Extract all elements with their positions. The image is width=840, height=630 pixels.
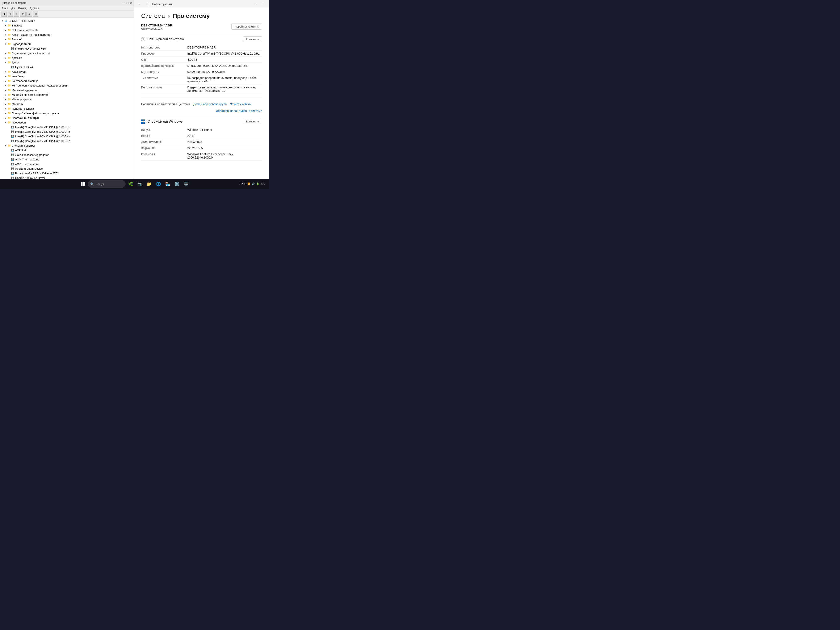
tree-item-label: Charge Arbitration Driver [15,177,45,179]
tree-item-software[interactable]: ▶📁Software components [0,28,134,32]
tree-expand-icon[interactable]: ▶ [4,33,7,36]
tree-expand-icon[interactable]: ▶ [4,98,7,101]
tree-expand-icon[interactable]: ▶ [4,56,7,59]
tree-item-hynix[interactable]: 💾Hynix HDG8a4 [0,65,134,69]
tree-expand-icon[interactable]: ▼ [4,121,7,124]
tree-item-batteries[interactable]: ▶📁Батареї [0,37,134,41]
tree-item-sysdev[interactable]: ▼📁Системні пристрої [0,143,134,148]
tree-item-monitors[interactable]: ▶📁Монітори [0,102,134,106]
tree-item-firmware[interactable]: ▶📁Мікропрограма: [0,97,134,102]
tree-item-keyboards[interactable]: ▶📁Клавіатури [0,69,134,74]
tree-expand-icon [8,149,11,152]
tree-item-acpi1[interactable]: 💾ACPI Lid [0,148,134,152]
dm-minimize-btn[interactable]: — [122,1,125,5]
dm-menu-view[interactable]: Вигляд [18,7,27,9]
tree-expand-icon[interactable]: ▼ [1,19,4,22]
tree-item-audio2[interactable]: ▶📁Вхідні та вихідні аудіопристрої [0,51,134,55]
tree-expand-icon[interactable]: ▶ [4,103,7,106]
tree-expand-icon[interactable]: ▶ [4,38,7,41]
dm-maximize-btn[interactable]: ☐ [126,1,129,5]
tree-item-videoadapters[interactable]: ▼📁Відеоадаптери [0,41,134,46]
taskbar-icon-camera[interactable]: 📷 [136,180,144,188]
domain-link[interactable]: Домен або робоча група [193,103,227,106]
tree-item-audio[interactable]: ▶📁Аудіо-, відео- та ігрові пристрої [0,32,134,37]
taskbar-icon-edge[interactable]: 🌐 [154,180,163,188]
dm-help-btn[interactable]: ? [14,11,19,17]
tree-expand-icon[interactable]: ▶ [4,84,7,87]
tray-expand-icon[interactable]: ^ [239,183,240,185]
tree-expand-icon[interactable]: ▶ [4,79,7,82]
time-display[interactable]: 22:0 [261,183,265,185]
tree-item-broadcom[interactable]: 💾Broadcom GNSS Bus Driver – 4752 [0,171,134,175]
tree-expand-icon[interactable]: ▶ [4,75,7,78]
rename-pc-button[interactable]: Перейменувати ПК [231,24,262,30]
tree-expand-icon[interactable]: ▶ [4,28,7,32]
taskbar-icon-meadow[interactable]: 🌿 [126,180,135,188]
taskbar-icon-settings[interactable]: ⚙️ [173,180,181,188]
tree-item-cpu2[interactable]: 💾Intel(R) Core(TM) m3-7Y30 CPU @ 1.00GHz [0,129,134,134]
tree-item-charge[interactable]: 💾Charge Arbitration Driver [0,175,134,179]
tree-expand-icon[interactable]: ▼ [4,61,7,64]
win-spec-label-1: Версія [141,134,187,137]
back-button[interactable]: ← [137,1,143,7]
copy-win-specs-button[interactable]: Копіювати [243,118,262,124]
taskbar-icon-monitor[interactable]: 🖥️ [182,180,190,188]
taskbar-search-box[interactable]: 🔍 Пошук [88,180,126,188]
breadcrumb-parent[interactable]: Система [141,13,165,19]
tree-item-cpu4[interactable]: 💾Intel(R) Core(TM) m3-7Y30 CPU @ 1.00GHz [0,139,134,143]
dm-update-btn[interactable]: ⟳ [20,11,25,17]
tree-item-acpi4[interactable]: 💾ACPI Thermal Zone [0,162,134,166]
dm-close-btn[interactable]: ✕ [130,1,133,5]
folder-icon: 📁 [8,79,11,82]
advanced-settings-link[interactable]: Додаткові налаштування системи [216,109,262,112]
tree-expand-icon[interactable]: ▶ [4,112,7,115]
tree-item-bluetooth[interactable]: ▶📁Bluetooth [0,23,134,28]
dm-menu-action[interactable]: Дія [11,7,15,9]
copy-device-specs-button[interactable]: Копіювати [243,36,262,42]
dm-back-btn[interactable]: ◀ [1,11,7,17]
taskbar-icon-store[interactable]: 🏪 [163,180,172,188]
tray-volume-icon[interactable]: 🔊 [252,183,255,185]
tree-expand-icon[interactable]: ▼ [4,43,7,45]
tree-item-appnodeenum[interactable]: 💾AppNodeEnum Device [0,166,134,171]
tree-item-usb[interactable]: ▶📁Контролери універсальної послідовної ш… [0,83,134,88]
tree-expand-icon [8,130,11,133]
protection-link[interactable]: Захист системи [230,103,251,106]
tree-item-acpi2[interactable]: 💾ACPI Processor Aggregator [0,152,134,157]
tree-expand-icon[interactable]: ▶ [4,107,7,110]
tree-item-network[interactable]: ▶📁Мережеві адаптери [0,88,134,92]
tree-expand-icon [8,167,11,170]
tree-expand-icon[interactable]: ▶ [4,88,7,92]
settings-maximize-btn[interactable]: ☐ [260,2,266,6]
tree-item-storage[interactable]: ▶📁Контролери сховища [0,79,134,83]
tree-item-processors[interactable]: ▼📁Процесори [0,120,134,125]
tree-item-cpu3[interactable]: 💾Intel(R) Core(TM) m3-7Y30 CPU @ 1.00GHz [0,134,134,139]
dm-print-btn[interactable]: 🖨 [27,11,32,17]
tree-expand-icon[interactable]: ▶ [4,70,7,73]
dm-properties-btn[interactable]: 🖥 [8,11,13,17]
tree-item-hd615[interactable]: 💾Intel(R) HD Graphics 615 [0,46,134,51]
taskbar-icon-explorer[interactable]: 📁 [145,180,153,188]
dm-menu-file[interactable]: Файл [2,7,8,9]
tree-item-hid[interactable]: ▶📁Пристрої з інтерфейсом користувача [0,111,134,115]
settings-minimize-btn[interactable]: — [252,2,259,6]
win-spec-value-0: Windows 11 Home [187,128,262,131]
tree-item-computer[interactable]: ▶📁Комп'ютер [0,74,134,79]
tree-item-disks[interactable]: ▼📁Диски [0,60,134,65]
dm-monitor-btn[interactable]: 🖥 [33,11,38,17]
tree-item-acpi3[interactable]: 💾ACPI Thermal Zone [0,157,134,162]
tree-item-mouse[interactable]: ▶📁Миша й інші вказівні пристрої [0,92,134,97]
tree-item-sensors[interactable]: ▶📁Датчики [0,55,134,60]
tree-expand-icon[interactable]: ▶ [4,52,7,55]
dm-menu-help[interactable]: Довідка [30,7,39,9]
tree-item-software2[interactable]: ▶📁Програмний пристрій [0,115,134,120]
tree-item-security[interactable]: ▶📁Пристрої безпеки [0,106,134,111]
menu-button[interactable]: ☰ [144,1,150,7]
tree-expand-icon[interactable]: ▶ [4,93,7,96]
tree-item-root[interactable]: ▼🖥DESKTOP-RB44ABR [0,19,134,23]
tree-expand-icon[interactable]: ▶ [4,24,7,27]
start-button[interactable] [79,180,87,188]
tree-expand-icon[interactable]: ▶ [4,116,7,119]
tree-expand-icon[interactable]: ▼ [4,144,7,147]
tree-item-cpu1[interactable]: 💾Intel(R) Core(TM) m3-7Y30 CPU @ 1.00GHz [0,125,134,129]
